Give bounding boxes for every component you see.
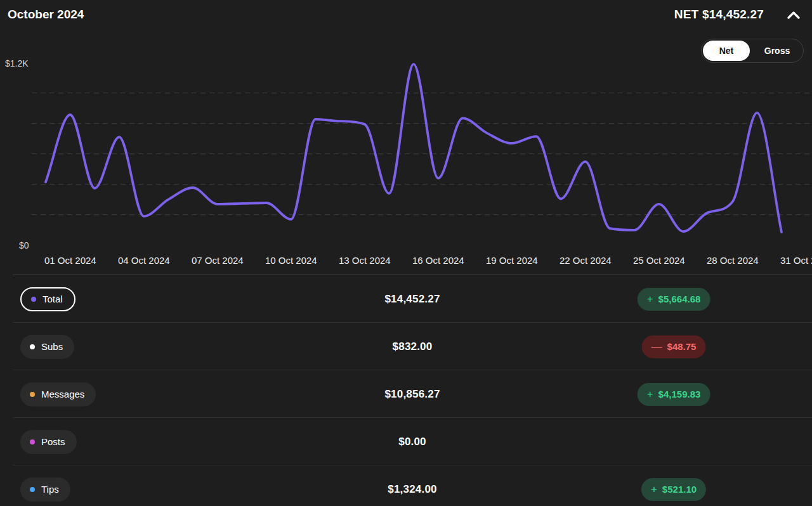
series-pill-messages[interactable]: Messages xyxy=(20,382,96,406)
series-label: Tips xyxy=(41,484,59,495)
row-change-badge: + $4,159.83 xyxy=(638,383,710,406)
x-axis-tick-label: 04 Oct 2024 xyxy=(118,255,170,266)
line-chart-canvas[interactable] xyxy=(0,0,812,275)
y-axis-max-label: $1.2K xyxy=(5,58,29,68)
x-axis-tick-label: 22 Oct 2024 xyxy=(560,255,612,266)
row-tips: Tips $1,324.00 + $521.10 xyxy=(0,465,812,506)
x-axis-tick-label: 16 Oct 2024 xyxy=(412,255,464,266)
row-messages: Messages $10,856.27 + $4,159.83 xyxy=(0,370,812,418)
series-pill-tips[interactable]: Tips xyxy=(20,477,70,502)
series-dot-total xyxy=(31,297,36,302)
change-sign-icon: — xyxy=(652,341,662,352)
x-axis-tick-label: 25 Oct 2024 xyxy=(633,255,685,266)
x-axis-tick-label: 28 Oct 2024 xyxy=(707,255,759,266)
series-label: Total xyxy=(43,294,63,304)
change-sign-icon: + xyxy=(647,294,653,304)
x-axis-tick-label: 19 Oct 2024 xyxy=(486,255,538,266)
earnings-breakdown-list: Total $14,452.27 + $5,664.68 Subs $832.0… xyxy=(0,275,812,506)
x-axis-tick-label: 01 Oct 2024 xyxy=(44,255,96,266)
row-amount: $10,856.27 xyxy=(384,388,440,401)
change-amount: $48.75 xyxy=(667,341,697,352)
series-dot-messages xyxy=(30,392,35,397)
series-pill-total[interactable]: Total xyxy=(20,287,75,311)
series-label: Subs xyxy=(41,341,63,352)
series-label: Messages xyxy=(41,389,84,399)
x-axis-tick-label: 31 Oct 2024 xyxy=(780,255,812,266)
change-amount: $521.10 xyxy=(662,484,697,495)
series-label: Posts xyxy=(41,436,65,447)
y-axis-min-label: $0 xyxy=(19,240,29,250)
series-pill-subs[interactable]: Subs xyxy=(20,335,74,359)
row-change-badge: + $521.10 xyxy=(641,478,706,501)
change-amount: $5,664.68 xyxy=(658,294,701,304)
series-pill-posts[interactable]: Posts xyxy=(20,430,77,454)
earnings-statement-panel: October 2024 NET $14,452.27 Net Gross $1… xyxy=(0,0,812,506)
change-amount: $4,159.83 xyxy=(658,389,701,399)
row-change-badge: — $48.75 xyxy=(642,335,706,358)
earnings-line-chart: $1.2K $0 01 Oct 202404 Oct 202407 Oct 20… xyxy=(0,0,812,275)
x-axis-tick-label: 07 Oct 2024 xyxy=(192,255,244,266)
row-amount: $832.00 xyxy=(393,341,433,353)
row-amount: $14,452.27 xyxy=(384,293,440,306)
row-posts: Posts $0.00 xyxy=(0,418,812,465)
row-total: Total $14,452.27 + $5,664.68 xyxy=(0,275,812,323)
x-axis-tick-label: 10 Oct 2024 xyxy=(265,255,317,266)
row-change-badge: + $5,664.68 xyxy=(638,288,710,311)
change-sign-icon: + xyxy=(651,484,657,495)
row-amount: $1,324.00 xyxy=(388,483,436,496)
x-axis-tick-label: 13 Oct 2024 xyxy=(339,255,391,266)
row-subs: Subs $832.00 — $48.75 xyxy=(0,323,812,370)
row-amount: $0.00 xyxy=(398,436,426,448)
series-dot-posts xyxy=(30,439,35,444)
change-sign-icon: + xyxy=(647,389,653,399)
series-dot-subs xyxy=(30,344,35,349)
series-dot-tips xyxy=(30,487,35,492)
